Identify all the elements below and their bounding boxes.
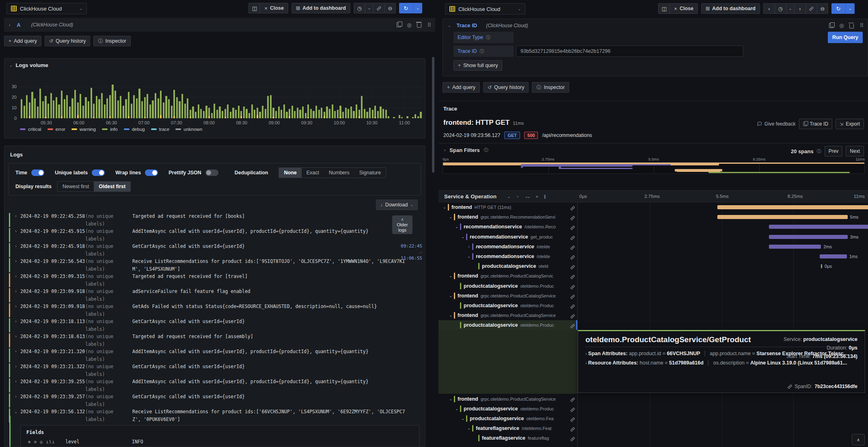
expand-log-icon[interactable]: › — [15, 258, 17, 265]
span-row[interactable]: productcatalogserviceoteldemo.Produc0μs — [438, 301, 868, 310]
stats-icon[interactable]: ılı — [46, 439, 55, 445]
span-duration-bar[interactable] — [821, 264, 822, 268]
disable-query-icon[interactable]: ◎ — [407, 22, 411, 28]
span-duration-bar[interactable] — [769, 225, 868, 229]
collapse-span-icon[interactable]: ⌄ — [448, 294, 453, 298]
span-name-cell[interactable]: productcatalogserviceoteldemo.Produc — [438, 320, 577, 330]
log-row[interactable]: ›2024-02-19 09:23:21.320(no unique label… — [4, 348, 425, 363]
span-timeline-cell[interactable]: 0μs — [577, 301, 868, 310]
span-link-icon[interactable] — [570, 303, 575, 310]
log-row[interactable]: ›2024-02-19 09:22:45.915(no unique label… — [4, 228, 425, 243]
span-timeline-cell[interactable]: 0μs — [577, 320, 868, 330]
span-name-cell[interactable]: featureflagservicefeatureflag — [438, 433, 577, 443]
expand-query-icon[interactable]: › — [9, 23, 10, 27]
span-name-cell[interactable]: ›recommendationservice/otelde — [438, 242, 577, 252]
expand-one-icon[interactable]: › — [517, 194, 518, 199]
log-row[interactable]: ›2024-02-19 09:23:09.315(no unique label… — [4, 273, 425, 288]
span-timeline-cell[interactable]: 1ms — [577, 271, 868, 281]
collapse-span-icon[interactable]: ⌄ — [460, 417, 466, 421]
eye-icon[interactable]: ◎ — [40, 439, 43, 445]
resource-attributes-row[interactable]: › Resource Attributes: host.name = 51d79… — [585, 360, 857, 366]
span-name-cell[interactable]: ⌄productcatalogserviceoteldemo.Produc — [438, 404, 577, 414]
drag-handle-icon[interactable]: ⠿ — [427, 22, 430, 28]
log-row[interactable]: ⌄2024-02-19 09:23:56.132(no unique label… — [4, 408, 425, 423]
close-pane-button[interactable]: × Close — [260, 3, 288, 13]
zoom-out-button[interactable]: ⊖ — [384, 3, 396, 13]
dedup-option-numbers[interactable]: Numbers — [324, 168, 354, 178]
time-range-caret[interactable]: ⌄ — [365, 3, 373, 13]
run-query-button[interactable]: Run Query — [828, 32, 863, 43]
span-link-icon[interactable] — [570, 264, 575, 271]
query-ref[interactable]: Trace ID — [457, 22, 477, 28]
span-duration-bar[interactable] — [717, 205, 868, 209]
expand-log-icon[interactable]: › — [15, 318, 17, 325]
span-row[interactable]: ⌄frontendgrpc.oteldemo.ProductCatalogSer… — [438, 291, 868, 301]
trace-id-input[interactable]: 93b5d327129815e4bb26bc74e2b17296 — [516, 46, 743, 57]
span-row[interactable]: featureflagservicefeatureflag0μs — [438, 433, 868, 443]
time-range-button[interactable]: ◷ — [354, 3, 365, 13]
expand-all-icon[interactable]: » — [536, 194, 538, 199]
span-row[interactable]: ⌄frontendHTTP GET (11ms) — [438, 202, 868, 212]
span-timeline-cell[interactable]: 3ms — [577, 404, 868, 414]
span-name-cell[interactable]: ⌄recommendationserviceget_produc — [438, 232, 577, 242]
order-option[interactable]: Newest first — [58, 182, 94, 191]
query-history-button[interactable]: ↺Query history — [45, 36, 90, 46]
span-name-cell[interactable]: ⌄frontendgrpc.oteldemo.RecommendationSer… — [438, 212, 577, 222]
span-timeline-cell[interactable]: 1ms — [577, 252, 868, 261]
span-timeline-cell[interactable]: 0μs — [577, 423, 868, 433]
toggle-switch[interactable] — [205, 169, 218, 176]
toggle-wrap-lines[interactable]: Wrap lines — [115, 169, 158, 176]
span-timeline-cell[interactable]: 0μs — [577, 281, 868, 291]
expand-log-icon[interactable]: › — [15, 393, 17, 401]
export-button[interactable]: ⇲Export — [836, 119, 864, 129]
span-row[interactable]: ⌄featureflagservice/oteldemo.Feat0μs — [438, 423, 868, 433]
expand-log-icon[interactable]: › — [15, 348, 17, 356]
span-link-icon[interactable] — [570, 205, 575, 212]
show-full-query-button[interactable]: +Show full query — [453, 60, 502, 71]
dedup-option-none[interactable]: None — [279, 168, 301, 178]
collapse-icon[interactable]: ⌄ — [9, 63, 13, 67]
expand-log-icon[interactable]: › — [15, 243, 17, 250]
span-duration-bar[interactable] — [769, 245, 821, 249]
collapse-span-icon[interactable]: ⌄ — [448, 215, 453, 219]
span-duration-bar[interactable] — [820, 254, 846, 258]
collapse-span-icon[interactable]: ⌄ — [466, 426, 472, 430]
expand-span-filters-icon[interactable]: › — [444, 148, 445, 152]
span-name-cell[interactable]: ⌄featureflagservice/oteldemo.Feat — [438, 423, 577, 433]
collapse-all-icon[interactable]: ⌄⌄ — [525, 194, 529, 199]
add-query-button[interactable]: +Add query — [443, 82, 480, 93]
share-link-button[interactable] — [805, 3, 817, 14]
log-row[interactable]: ›2024-02-19 09:23:09.918(no unique label… — [4, 303, 425, 318]
close-pane-button[interactable]: × Close — [669, 3, 698, 14]
span-row[interactable]: ⌄recommendationservice/oteldemo.Reco4ms — [438, 222, 868, 232]
collapse-span-icon[interactable]: ⌄ — [448, 313, 453, 317]
zoom-in-icon[interactable]: ⊕ — [28, 439, 31, 445]
log-row[interactable]: ›2024-02-19 09:23:18.613(no unique label… — [4, 333, 425, 348]
span-duration-bar[interactable] — [769, 235, 848, 239]
log-row[interactable]: ›2024-02-19 09:22:56.543(no unique label… — [4, 258, 425, 273]
info-icon[interactable]: ⓘ — [486, 35, 490, 41]
span-id[interactable]: SpanID:7b23cec443156dfe — [788, 384, 857, 389]
span-row[interactable]: ›recommendationservice/otelde2ms — [438, 242, 868, 252]
span-link-icon[interactable] — [570, 396, 575, 404]
datasource-picker[interactable]: ClickHouse Cloud ⌄ — [6, 3, 87, 14]
legend-item[interactable]: warning — [71, 127, 96, 132]
dedup-segment[interactable]: NoneExactNumbersSignature — [279, 167, 386, 178]
span-name-cell[interactable]: ⌄productcatalogserviceoteldemo.Fea — [438, 414, 577, 423]
log-row[interactable]: ›2024-02-19 09:23:39.257(no unique label… — [4, 393, 425, 408]
span-filters-label[interactable]: Span Filters — [449, 147, 479, 153]
prev-span-button[interactable]: Prev — [825, 146, 843, 156]
split-pane-icon[interactable]: ◫ — [248, 3, 260, 13]
span-row[interactable]: productcatalogserviceoteldemo.Produc0μs — [438, 281, 868, 291]
span-name-cell[interactable]: ⌄frontendgrpc.oteldemo.ProductCatalogSer… — [438, 271, 577, 281]
dedup-option-exact[interactable]: Exact — [302, 168, 324, 178]
toggle-unique-labels[interactable]: Unique labels — [55, 169, 105, 176]
span-row[interactable]: ⌄frontendgrpc.oteldemo.RecommendationSer… — [438, 212, 868, 222]
collapse-span-icon[interactable]: ⌄ — [448, 397, 453, 401]
span-timeline-cell[interactable]: 5ms — [577, 212, 868, 222]
collapse-log-icon[interactable]: ⌄ — [15, 408, 17, 416]
span-row[interactable]: productcatalogserviceoteldemo.Produc0μs — [438, 320, 868, 330]
expand-log-icon[interactable]: › — [15, 288, 17, 295]
collapse-span-icon[interactable]: ⌄ — [448, 274, 453, 278]
span-link-icon[interactable] — [570, 234, 575, 242]
